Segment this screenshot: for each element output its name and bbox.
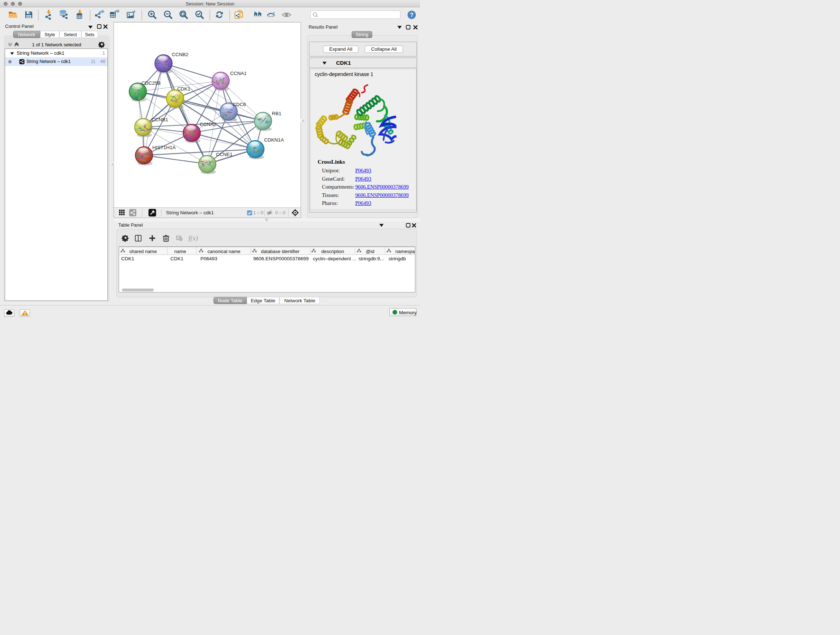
svg-text:9606.ENSP00000378699: 9606.ENSP00000378699 [253, 256, 309, 261]
svg-text:1 – 0: 1 – 0 [253, 211, 264, 215]
svg-text:CDC25B: CDC25B [141, 80, 161, 86]
svg-text:namespac: namespac [395, 249, 415, 254]
svg-text:RB1: RB1 [272, 111, 281, 116]
svg-text:name: name [174, 249, 186, 254]
svg-text:canonical name: canonical name [207, 249, 240, 254]
svg-text:CDKN1A: CDKN1A [264, 137, 284, 143]
svg-text:CCNB2: CCNB2 [172, 52, 188, 57]
svg-text:cyclin–dependent ...: cyclin–dependent ... [313, 256, 356, 261]
svg-text:0 – 0: 0 – 0 [275, 211, 286, 215]
svg-text:HIST1H1A: HIST1H1A [152, 145, 176, 150]
svg-text:stringdb:9...: stringdb:9... [358, 256, 384, 261]
svg-text:?: ? [410, 12, 414, 18]
svg-text:database identifier: database identifier [261, 249, 300, 254]
svg-text:@id: @id [366, 249, 374, 254]
svg-text:P06493: P06493 [201, 256, 218, 261]
svg-text:description: description [321, 249, 344, 254]
svg-text:String Network – cdk1: String Network – cdk1 [166, 210, 214, 215]
svg-text:CCNB1: CCNB1 [152, 117, 168, 122]
svg-text:shared name: shared name [129, 249, 157, 254]
svg-text:CDK1: CDK1 [177, 86, 190, 92]
svg-text:stringdb: stringdb [388, 256, 406, 261]
svg-text:CDC6: CDC6 [233, 102, 246, 107]
svg-text:CCNA2: CCNA2 [200, 122, 216, 127]
svg-text:CCNE1: CCNE1 [216, 152, 233, 157]
svg-text:CDK1: CDK1 [171, 256, 183, 261]
svg-text:CCNA1: CCNA1 [230, 71, 247, 76]
svg-text:CDK1: CDK1 [121, 256, 134, 261]
svg-text:f(x): f(x) [188, 234, 198, 242]
